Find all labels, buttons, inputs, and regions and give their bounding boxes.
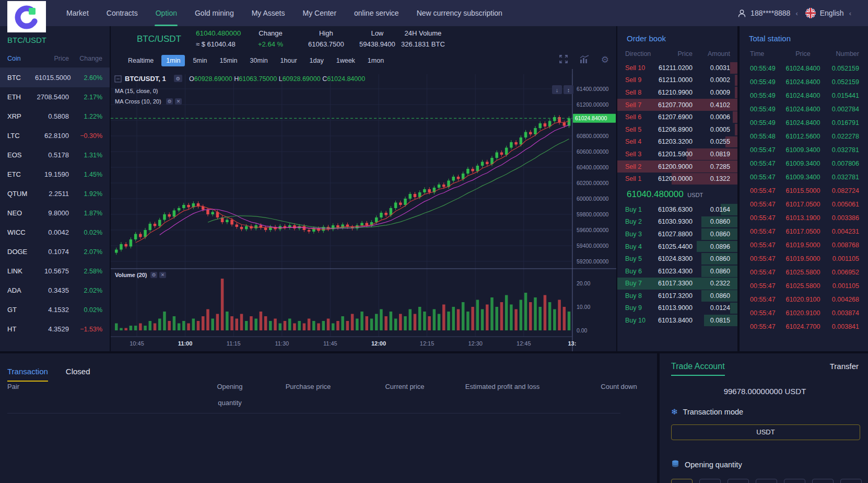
nav-item-contracts[interactable]: Contracts [98,0,147,26]
nav-item-gold-mining[interactable]: Gold mining [186,0,243,26]
orderbook-sell-row[interactable]: Sell 261200.90000.7285 [617,160,737,173]
nav-item-my-center[interactable]: My Center [294,0,345,26]
orderbook-buy-row[interactable]: Buy 161036.63000.0164 [617,203,737,216]
indicator-chart-icon[interactable] [580,55,590,65]
order-direction: Sell 3 [625,151,658,158]
timeframe-1day[interactable]: 1day [305,55,329,66]
timeframe-30min[interactable]: 30min [245,55,273,66]
user-phone[interactable]: 188****8888 [750,9,790,17]
trade-number: 0.015441 [823,92,859,99]
nav-item-my-assets[interactable]: My Assets [243,0,294,26]
trade-time: 00:55:48 [750,133,783,140]
watchlist-row-wicc[interactable]: WICC0.00420.02% [0,223,110,242]
quantity-preset-button[interactable] [840,479,862,483]
svg-text:O60928.69000 H61063.75000 L609: O60928.69000 H61063.75000 L60928.69000 C… [189,75,365,83]
watchlist-row-gt[interactable]: GT4.15320.02% [0,300,110,319]
orderbook-sell-row[interactable]: Sell 1061211.02000.0031 [617,62,737,74]
coin-price: 4.1532 [37,306,69,314]
svg-text:59200.00000: 59200.00000 [577,258,608,264]
quantity-preset-button[interactable] [756,479,777,483]
order-direction: Sell 4 [625,138,658,145]
orderbook-buy-row[interactable]: Buy 561024.83000.0860 [617,252,737,265]
nav-item-online-service[interactable]: online service [345,0,408,26]
orderbook-sell-row[interactable]: Sell 561206.89000.0005 [617,123,737,136]
timeframe-Realtime[interactable]: Realtime [123,55,158,66]
watchlist-row-eth[interactable]: ETH2708.54002.17% [0,87,110,107]
quantity-preset-button[interactable] [784,479,805,483]
watchlist-row-link[interactable]: LINK10.56752.58% [0,261,110,281]
fullscreen-icon[interactable] [559,54,568,65]
app-logo[interactable] [7,1,46,32]
order-price: 61211.0200 [658,64,693,72]
orderbook-buy-row[interactable]: Buy 761017.33000.2322 [617,278,737,290]
watchlist-row-btc[interactable]: BTC61015.50002.60% [0,68,110,87]
watchlist-row-qtum[interactable]: QTUM2.25111.92% [0,184,110,203]
trade-time: 00:55:47 [750,160,783,167]
orderbook-buy-row[interactable]: Buy 961013.90000.0124 [617,302,737,315]
mode-usdt-button[interactable]: USDT [671,424,860,440]
orderbook-mid-price: 61040.480000 USDT [617,185,737,203]
order-price: 61200.0000 [658,175,693,182]
svg-text:61400.00000: 61400.00000 [577,86,608,92]
orderbook-sell-row[interactable]: Sell 461203.32000.0255 [617,136,737,148]
orderbook-buy-row[interactable]: Buy 361027.88000.0860 [617,228,737,240]
language-selector[interactable]: English [820,9,844,17]
nav-item-market[interactable]: Market [57,0,98,26]
orderbook-sell-row[interactable]: Sell 661207.69000.0006 [617,111,737,123]
timeframe-15min[interactable]: 15min [215,55,242,66]
timeframe-1hour[interactable]: 1hour [276,55,302,66]
order-price: 61023.4300 [658,268,693,275]
col-current-price: Current price [385,383,424,390]
tab-transaction[interactable]: Transaction [7,367,48,382]
chart-settings-gear-icon[interactable]: ⚙ [601,54,609,65]
order-amount: 0.0896 [693,243,730,250]
candlestick-chart[interactable]: 61400.0000061200.0000060800.0000060600.0… [111,69,616,351]
watchlist-row-etc[interactable]: ETC19.15901.45% [0,165,110,184]
watchlist-row-eos[interactable]: EOS0.51781.31% [0,145,110,165]
watchlist-row-neo[interactable]: NEO9.80001.87% [0,203,110,223]
chart-pair-title: BTC/USDT [137,34,181,44]
order-direction: Buy 9 [625,304,658,312]
coin-price: 0.1074 [37,248,69,256]
watchlist-row-ltc[interactable]: LTC62.8100−0.30% [0,126,110,145]
svg-text:61024.84000: 61024.84000 [575,115,607,121]
opening-quantity-label: Opening quantity [685,461,742,469]
quantity-preset-button[interactable] [699,479,721,483]
orderbook-sell-row[interactable]: Sell 161200.00000.1322 [617,172,737,185]
coin-change: 2.58% [69,268,102,275]
transfer-button[interactable]: Transfer [830,362,859,371]
quantity-preset-button[interactable] [671,479,693,483]
watchlist-row-doge[interactable]: DOGE0.10742.07% [0,242,110,261]
watchlist-row-ht[interactable]: HT4.3529−1.53% [0,319,110,339]
orderbook-sells: Sell 1061211.02000.0031Sell 961211.00000… [617,62,737,185]
order-direction: Sell 10 [625,64,658,72]
coin-change: 2.60% [71,74,102,82]
nav-item-option[interactable]: Option [147,0,186,26]
orderbook-sell-row[interactable]: Sell 361201.59000.0819 [617,148,737,160]
orderbook-buy-row[interactable]: Buy 861017.32000.0860 [617,290,737,302]
orderbook-sell-row[interactable]: Sell 761207.70000.4102 [617,99,737,111]
coin-name: EOS [7,151,37,159]
col-price: Price [783,50,823,58]
orderbook-buy-row[interactable]: Buy 1061013.84000.0815 [617,314,737,327]
timeframe-1min[interactable]: 1min [161,55,185,66]
quantity-preset-button[interactable] [812,479,834,483]
tab-trade-account[interactable]: Trade Account [671,362,725,376]
orderbook-buy-row[interactable]: Buy 661023.43000.0860 [617,265,737,278]
timeframe-5min[interactable]: 5min [188,55,212,66]
watchlist-row-xrp[interactable]: XRP0.58081.22% [0,107,110,126]
nav-item-new-currency-subscription[interactable]: New currency subscription [408,0,511,26]
orderbook-sell-row[interactable]: Sell 961211.00000.0002 [617,74,737,87]
orderbook-buy-row[interactable]: Buy 261030.93000.0860 [617,216,737,228]
depth-bar [735,87,737,98]
timeframe-1week[interactable]: 1week [332,55,360,66]
watchlist-row-ada[interactable]: ADA0.34352.02% [0,281,110,300]
orderbook-buy-row[interactable]: Buy 461025.44000.0896 [617,240,737,253]
coin-change: 1.87% [69,210,102,217]
trade-row: 00:55:4861012.56000.022278 [740,130,868,143]
trade-row: 00:55:4761009.34000.032781 [740,170,868,184]
tab-closed[interactable]: Closed [66,367,90,382]
quantity-preset-button[interactable] [728,479,749,483]
timeframe-1mon[interactable]: 1mon [363,55,389,66]
orderbook-sell-row[interactable]: Sell 861210.99000.0009 [617,86,737,99]
